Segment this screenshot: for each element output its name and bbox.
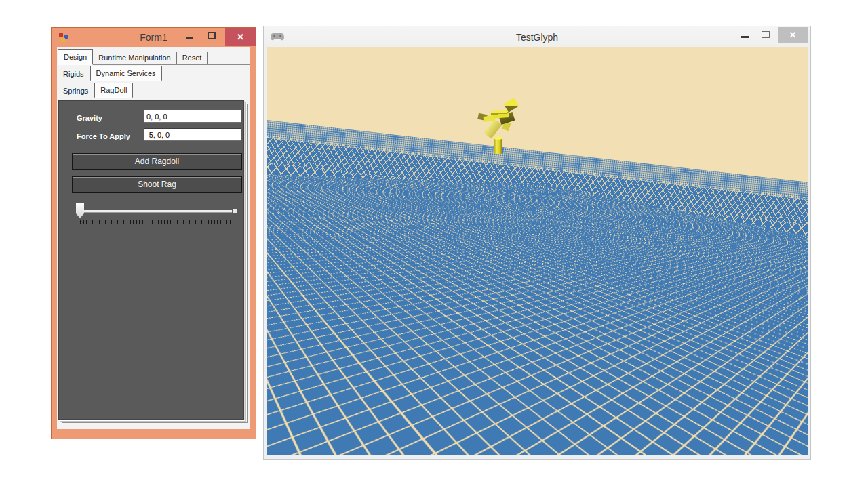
trackbar-track[interactable] [79,210,232,212]
gravity-label: Gravity [77,114,102,122]
tab-ragdoll[interactable]: RagDoll [94,83,133,98]
form1-maximize-button[interactable] [203,28,220,45]
tab-design[interactable]: Design [58,49,93,65]
force-to-apply-label: Force To Apply [77,132,130,140]
3d-viewport[interactable] [267,47,808,455]
form1-client-area: Design Runtime Manipulation Reset Rigids… [57,47,250,429]
testglyph-titlebar[interactable]: TestGlyph ✕ [264,26,810,47]
tab-runtime-manipulation[interactable]: Runtime Manipulation [93,52,176,64]
minimize-icon [186,37,193,39]
testglyph-minimize-button[interactable] [737,26,753,44]
tab-strip-middle: Rigids Dynamic Services [58,66,250,81]
trackbar-thumb[interactable] [76,203,84,218]
form1-minimize-button[interactable] [181,28,199,45]
add-ragdoll-button[interactable]: Add Ragdoll [72,153,242,170]
tab-strip-inner: Springs RagDoll [58,83,250,98]
force-to-apply-input[interactable] [144,128,241,141]
tab-reset[interactable]: Reset [177,52,208,64]
tab-strip-top: Design Runtime Manipulation Reset [58,49,250,65]
shoot-rag-button[interactable]: Shoot Rag [72,176,242,193]
testglyph-window-title: TestGlyph [264,32,810,43]
tab-dynamic-services[interactable]: Dynamic Services [90,66,162,81]
form1-close-button[interactable]: ✕ [225,28,256,46]
form1-window: Form1 ✕ Design Runtime Manipulation Rese… [51,27,256,439]
trackbar-end-cap [233,209,237,214]
testglyph-close-button[interactable]: ✕ [778,27,808,43]
tab-rigids[interactable]: Rigids [58,68,90,81]
tab-springs[interactable]: Springs [58,85,94,98]
maximize-icon [762,31,770,38]
testglyph-maximize-button[interactable] [757,26,774,44]
minimize-icon [741,36,749,38]
form1-titlebar[interactable]: Form1 ✕ [52,28,256,47]
trackbar-ticks [80,220,232,224]
checkered-floor [267,109,808,455]
gravity-input[interactable] [144,110,241,123]
force-trackbar[interactable] [72,203,235,224]
scene-horizon-tilt [267,47,808,455]
maximize-icon [208,32,216,39]
testglyph-window: TestGlyph ✕ [263,26,811,460]
ragdoll-settings-panel: Gravity Force To Apply Add Ragdoll Shoot… [58,100,244,420]
